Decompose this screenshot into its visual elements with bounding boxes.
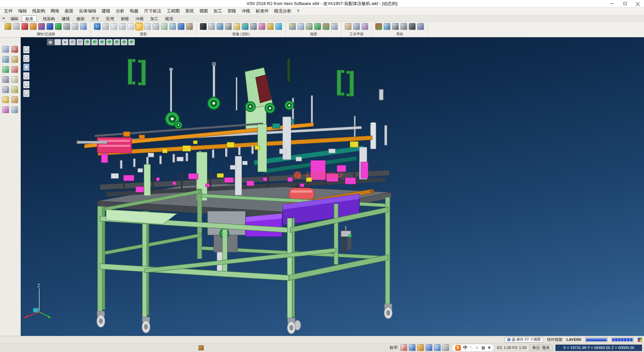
- pan-hand-icon[interactable]: [11, 96, 18, 103]
- swap-arrows-icon[interactable]: [242, 23, 249, 30]
- color-grid-icon[interactable]: [375, 23, 382, 30]
- copy-icon[interactable]: [11, 106, 18, 113]
- glasses-icon[interactable]: [200, 23, 207, 30]
- color-settings-icon[interactable]: [638, 338, 642, 342]
- tab-application[interactable]: 应用: [103, 15, 117, 21]
- view-options-popup[interactable]: 操作 XY 十视图: [505, 337, 543, 343]
- workplane-rotate-icon[interactable]: [353, 23, 360, 30]
- material-icon[interactable]: [259, 23, 265, 30]
- menu-item[interactable]: 塑模: [225, 7, 239, 15]
- paint-brush-icon[interactable]: [11, 66, 18, 73]
- menu-item[interactable]: 编辑: [15, 7, 30, 15]
- ime-emoji-icon[interactable]: ☺: [475, 345, 479, 350]
- menu-item[interactable]: ?: [294, 8, 302, 14]
- minimize-button[interactable]: [606, 0, 619, 7]
- measure-icon[interactable]: [11, 86, 18, 93]
- menu-item[interactable]: 标准件: [253, 7, 271, 15]
- menu-item[interactable]: 建模: [99, 7, 113, 15]
- ime-tools-icon[interactable]: ✚: [487, 345, 491, 350]
- view-eye-icon[interactable]: [331, 23, 338, 30]
- close-button[interactable]: [631, 0, 644, 7]
- pin-icon[interactable]: [267, 23, 274, 30]
- view-slot-6-button[interactable]: [23, 90, 30, 97]
- monitor-icon[interactable]: [384, 23, 390, 30]
- layer-label[interactable]: LAYER0: [567, 338, 581, 342]
- sheets-icon[interactable]: [153, 23, 159, 30]
- cylinder-sheet-icon[interactable]: [161, 23, 168, 30]
- status-search-icon[interactable]: [409, 344, 416, 351]
- trim-scissors-icon[interactable]: ✂: [11, 46, 18, 53]
- tab-dropdown-button[interactable]: [1, 16, 6, 21]
- view-slot-5-button[interactable]: [23, 81, 30, 88]
- view-axes-icon[interactable]: [323, 23, 329, 30]
- tab-edit[interactable]: 编辑: [7, 15, 22, 21]
- grid-cylinder-icon[interactable]: [169, 23, 176, 30]
- view-flash-icon[interactable]: [289, 23, 296, 30]
- tab-modeling[interactable]: 建模: [58, 15, 73, 21]
- prop-paint-icon[interactable]: [5, 23, 11, 30]
- calculator-icon[interactable]: [400, 23, 407, 30]
- view-slot-4-button[interactable]: [23, 72, 30, 80]
- ime-punct-icon[interactable]: °,: [470, 345, 473, 350]
- status-apps-icon[interactable]: [417, 344, 424, 351]
- sketch-pencil-icon[interactable]: ✎: [11, 56, 18, 63]
- note-icon[interactable]: [11, 76, 18, 83]
- cylinder-shaded-icon[interactable]: [111, 23, 117, 30]
- striped-sheet-icon[interactable]: [208, 23, 215, 30]
- menu-item[interactable]: 电极: [127, 7, 141, 15]
- tab-wireframe[interactable]: 线架构: [40, 15, 58, 21]
- workplane-icon[interactable]: [345, 23, 352, 30]
- rotate-icon[interactable]: [2, 66, 9, 73]
- magnet-red-blue-icon[interactable]: [38, 23, 45, 30]
- film-icon[interactable]: [225, 23, 232, 30]
- sheet-icon[interactable]: [127, 23, 134, 30]
- shade-box-icon[interactable]: [186, 23, 193, 30]
- view-slot-3-button[interactable]: [23, 63, 30, 71]
- ime-logo-icon[interactable]: S: [455, 345, 461, 351]
- view-box-icon[interactable]: [76, 39, 83, 45]
- status-user-icon[interactable]: 2: [434, 344, 441, 351]
- tab-mould[interactable]: 塑模: [117, 15, 132, 21]
- view-iso-6-icon[interactable]: [121, 39, 127, 45]
- menu-item[interactable]: 曲面: [62, 7, 76, 15]
- menu-item[interactable]: 视图: [197, 7, 211, 15]
- tab-flow[interactable]: 模流: [162, 15, 176, 21]
- menu-item[interactable]: 工程图: [164, 7, 182, 15]
- funnel-icon[interactable]: [72, 23, 78, 30]
- view-plane-zoom-icon[interactable]: [314, 23, 321, 30]
- menu-item[interactable]: 网格: [48, 7, 62, 15]
- view-slot-1-button[interactable]: [23, 46, 30, 53]
- menu-item[interactable]: 线架构: [30, 7, 48, 15]
- snap-label[interactable]: 拴牢: [390, 345, 398, 351]
- filter-red-icon[interactable]: [21, 23, 28, 30]
- funnel-edit-icon[interactable]: [80, 23, 87, 30]
- ime-lang-icon[interactable]: 中: [463, 345, 468, 351]
- tab-progress[interactable]: 冲模: [132, 15, 147, 21]
- select-icon[interactable]: [2, 46, 9, 53]
- ime-keyboard-icon[interactable]: ▦: [481, 345, 485, 350]
- tab-surface[interactable]: 曲面: [73, 15, 88, 21]
- view-dropdown-button[interactable]: [62, 39, 68, 45]
- workplane-axis-icon[interactable]: [362, 23, 368, 30]
- dark-grid-icon[interactable]: [409, 23, 416, 30]
- menu-item[interactable]: 冲模: [239, 7, 253, 15]
- maximize-button[interactable]: [619, 0, 631, 7]
- view-blank-button[interactable]: [54, 39, 61, 45]
- box-blue-icon[interactable]: [178, 23, 184, 30]
- zoom-all-icon[interactable]: [102, 23, 109, 30]
- render-sphere-icon[interactable]: [217, 23, 223, 30]
- filter-layers-icon[interactable]: [63, 23, 70, 30]
- stamp-icon[interactable]: [2, 76, 9, 83]
- menu-item[interactable]: 模流分析: [271, 7, 294, 15]
- gem-icon[interactable]: [275, 23, 282, 30]
- sheet-highlight-icon[interactable]: [136, 23, 143, 30]
- tray-icon[interactable]: [199, 345, 204, 350]
- tab-machining[interactable]: 加工: [147, 15, 162, 21]
- slant-plane-icon[interactable]: [417, 23, 424, 30]
- filter-pencil-icon[interactable]: [30, 23, 37, 30]
- view-iso-1-icon[interactable]: [84, 39, 91, 45]
- menu-item[interactable]: 分析: [113, 7, 127, 15]
- view-iso-2-icon[interactable]: [91, 39, 98, 45]
- menu-item[interactable]: 尺寸标注: [141, 7, 164, 15]
- menu-item[interactable]: 系统: [182, 7, 197, 15]
